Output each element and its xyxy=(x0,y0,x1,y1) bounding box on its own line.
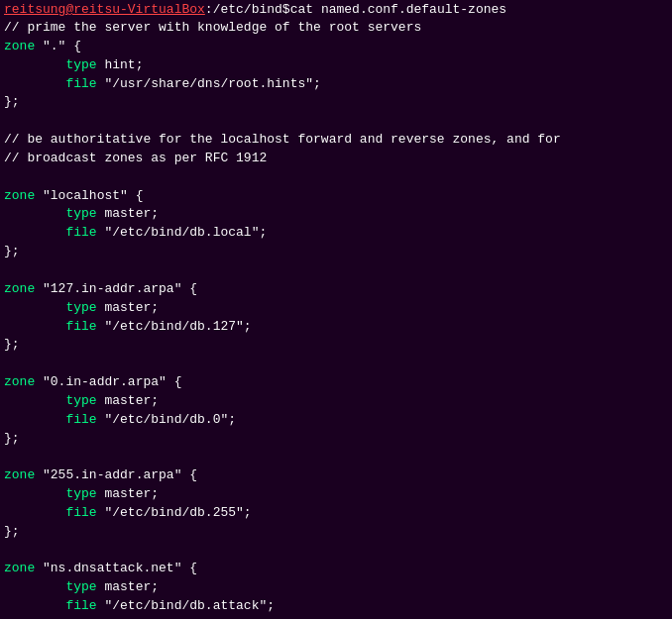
output-line: type master; xyxy=(4,485,668,504)
output-line: // broadcast zones as per RFC 1912 xyxy=(4,150,668,168)
output-line: }; xyxy=(4,336,668,355)
output-line xyxy=(4,542,668,561)
output-line: file "/etc/bind/db.attack"; xyxy=(4,597,668,616)
output-line: zone "ns.dnsattack.net" { xyxy=(4,560,668,578)
output-line: }; xyxy=(4,93,668,112)
user-host-label: reitsung@reitsu-VirtualBox xyxy=(4,2,205,17)
terminal-output: // prime the server with knowledge of th… xyxy=(0,19,672,619)
output-line: file "/etc/bind/db.255"; xyxy=(4,504,668,523)
path-label: :/etc/bind$ xyxy=(205,2,290,17)
output-line xyxy=(4,112,668,131)
output-line: // be authoritative for the localhost fo… xyxy=(4,131,668,150)
output-line xyxy=(4,448,668,466)
output-line: zone "localhost" { xyxy=(4,187,668,206)
output-line: }; xyxy=(4,243,668,261)
output-line: zone "127.in-addr.arpa" { xyxy=(4,280,668,299)
output-line xyxy=(4,261,668,280)
output-line: zone "0.in-addr.arpa" { xyxy=(4,373,668,392)
command-label: cat named.conf.default-zones xyxy=(290,2,506,17)
output-line: type master; xyxy=(4,205,668,224)
output-line: type master; xyxy=(4,299,668,318)
output-line: file "/etc/bind/db.local"; xyxy=(4,224,668,243)
output-line xyxy=(4,168,668,187)
output-line: type hint; xyxy=(4,56,668,75)
output-line: }; xyxy=(4,523,668,542)
output-line: file "/usr/share/dns/root.hints"; xyxy=(4,75,668,94)
output-line: }; xyxy=(4,430,668,449)
output-line xyxy=(4,355,668,373)
output-line: zone "255.in-addr.arpa" { xyxy=(4,466,668,485)
output-line: type master; xyxy=(4,578,668,597)
output-line: type master; xyxy=(4,392,668,411)
terminal-window: reitsung@reitsu-VirtualBox:/etc/bind$ ca… xyxy=(0,0,672,619)
output-line: file "/etc/bind/db.0"; xyxy=(4,411,668,430)
output-line: file "/etc/bind/db.127"; xyxy=(4,318,668,337)
command-prompt-line: reitsung@reitsu-VirtualBox:/etc/bind$ ca… xyxy=(0,0,672,19)
output-line: zone "." { xyxy=(4,38,668,56)
output-line: // prime the server with knowledge of th… xyxy=(4,19,668,38)
